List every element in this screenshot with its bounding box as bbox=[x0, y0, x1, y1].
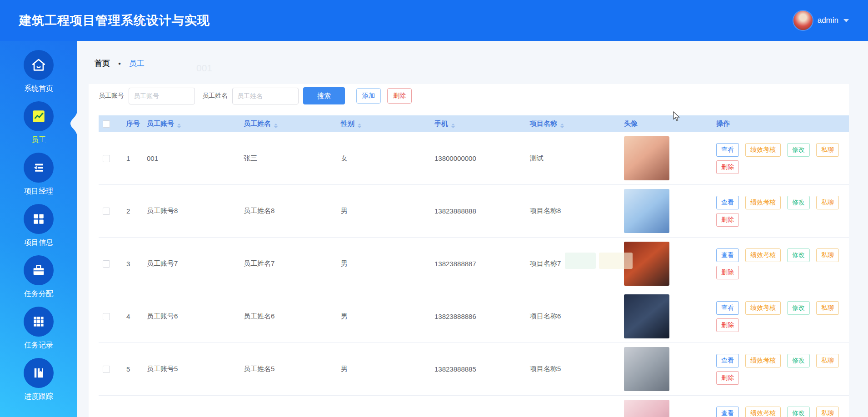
fading-overlay bbox=[565, 253, 596, 269]
appraisal-button[interactable]: 绩效考核 bbox=[745, 143, 781, 157]
view-button[interactable]: 查看 bbox=[716, 301, 739, 315]
select-all-checkbox[interactable] bbox=[103, 120, 110, 128]
delete-button[interactable]: 删除 bbox=[716, 371, 739, 385]
employee-table: 序号 员工账号 员工姓名 性别 手机 项目名称 头像 操作 1 001 张三 女… bbox=[99, 115, 849, 417]
appraisal-button[interactable]: 绩效考核 bbox=[745, 248, 781, 262]
list-arrow-icon bbox=[24, 153, 54, 183]
sidebar-item-progress[interactable]: 进度跟踪 bbox=[0, 358, 77, 402]
row-checkbox[interactable] bbox=[103, 208, 110, 215]
sidebar-item-project-info[interactable]: 项目信息 bbox=[0, 204, 77, 248]
delete-button[interactable]: 删除 bbox=[716, 318, 739, 332]
avatar-image bbox=[624, 400, 669, 417]
cell-phone: 13823888886 bbox=[432, 313, 527, 320]
breadcrumb-home-link[interactable]: 首页 bbox=[95, 58, 110, 69]
delete-button[interactable]: 删除 bbox=[716, 213, 739, 227]
home-icon bbox=[24, 50, 54, 80]
chat-button[interactable]: 私聊 bbox=[816, 354, 839, 367]
table-row: 查看绩效考核修改私聊删除 bbox=[99, 396, 849, 417]
table-row: 2 员工账号8 员工姓名8 男 13823888888 项目名称8 查看绩效考核… bbox=[99, 185, 849, 238]
row-checkbox[interactable] bbox=[103, 366, 110, 373]
sidebar-item-label: 进度跟踪 bbox=[24, 392, 53, 402]
sidebar-item-home[interactable]: 系统首页 bbox=[0, 50, 77, 94]
chat-button[interactable]: 私聊 bbox=[816, 196, 839, 209]
chat-button[interactable]: 私聊 bbox=[816, 407, 839, 417]
cell-project: 项目名称8 bbox=[527, 207, 620, 215]
cell-gender: 男 bbox=[338, 312, 432, 321]
sort-icon bbox=[560, 124, 564, 128]
chat-button[interactable]: 私聊 bbox=[816, 301, 839, 315]
sort-icon bbox=[274, 124, 278, 128]
row-actions: 查看绩效考核修改私聊删除 bbox=[716, 407, 849, 417]
briefcase-icon bbox=[24, 255, 54, 285]
chat-button[interactable]: 私聊 bbox=[816, 143, 839, 157]
table-row: 4 员工账号6 员工姓名6 男 13823888886 项目名称6 查看绩效考核… bbox=[99, 290, 849, 343]
cell-seq: 1 bbox=[119, 154, 144, 162]
appraisal-button[interactable]: 绩效考核 bbox=[745, 196, 781, 209]
view-button[interactable]: 查看 bbox=[716, 407, 739, 417]
user-avatar[interactable] bbox=[793, 11, 813, 30]
cell-account: 员工账号5 bbox=[144, 365, 241, 373]
sidebar-item-employee[interactable]: 员工 bbox=[0, 101, 77, 145]
cell-phone: 13823888888 bbox=[432, 207, 527, 215]
edit-button[interactable]: 修改 bbox=[787, 407, 810, 417]
view-button[interactable]: 查看 bbox=[716, 248, 739, 262]
main-content: 首页 ● 员工 001 员工账号 员工姓名 搜索 添加 删除 序号 员工账号 员… bbox=[77, 41, 868, 417]
sidebar-item-label: 项目经理 bbox=[24, 187, 53, 196]
search-button[interactable]: 搜索 bbox=[303, 87, 345, 104]
row-actions: 查看绩效考核修改私聊删除 bbox=[716, 301, 849, 332]
user-name: admin bbox=[818, 16, 838, 25]
sidebar: 系统首页 员工 项目经理 项目信息 任务分配 任务记录 bbox=[0, 41, 77, 417]
grid-2x2-icon bbox=[24, 204, 54, 234]
mouse-cursor bbox=[673, 111, 681, 122]
search-toolbar: 员工账号 员工姓名 搜索 添加 删除 bbox=[89, 84, 849, 105]
sidebar-item-task-record[interactable]: 任务记录 bbox=[0, 307, 77, 350]
cell-project: 项目名称5 bbox=[527, 365, 620, 373]
edit-button[interactable]: 修改 bbox=[787, 248, 810, 262]
fading-overlay bbox=[599, 253, 633, 269]
cell-seq: 4 bbox=[119, 313, 144, 320]
row-actions: 查看绩效考核修改私聊删除 bbox=[716, 248, 849, 279]
cell-gender: 男 bbox=[338, 207, 432, 215]
book-icon bbox=[24, 358, 54, 388]
edit-button[interactable]: 修改 bbox=[787, 143, 810, 157]
delete-button[interactable]: 删除 bbox=[716, 160, 739, 174]
edit-button[interactable]: 修改 bbox=[787, 301, 810, 315]
batch-delete-button[interactable]: 删除 bbox=[387, 88, 412, 104]
view-button[interactable]: 查看 bbox=[716, 354, 739, 367]
avatar-image bbox=[624, 189, 669, 233]
cell-name: 张三 bbox=[241, 154, 338, 163]
appraisal-button[interactable]: 绩效考核 bbox=[745, 354, 781, 367]
account-input[interactable] bbox=[129, 88, 195, 104]
row-checkbox[interactable] bbox=[103, 155, 110, 162]
cell-gender: 男 bbox=[338, 259, 432, 268]
sidebar-item-project-manager[interactable]: 项目经理 bbox=[0, 153, 77, 196]
user-menu[interactable]: admin bbox=[793, 11, 849, 30]
name-input[interactable] bbox=[232, 88, 299, 104]
chart-icon bbox=[24, 101, 54, 131]
appraisal-button[interactable]: 绩效考核 bbox=[745, 301, 781, 315]
view-button[interactable]: 查看 bbox=[716, 196, 739, 209]
edit-button[interactable]: 修改 bbox=[787, 196, 810, 209]
column-header-phone[interactable]: 手机 bbox=[432, 119, 527, 128]
column-header-name[interactable]: 员工姓名 bbox=[241, 119, 338, 128]
row-checkbox[interactable] bbox=[103, 260, 110, 268]
view-button[interactable]: 查看 bbox=[716, 143, 739, 157]
row-actions: 查看绩效考核修改私聊删除 bbox=[716, 196, 849, 227]
cell-phone: 13800000000 bbox=[432, 154, 527, 162]
chat-button[interactable]: 私聊 bbox=[816, 248, 839, 262]
add-button[interactable]: 添加 bbox=[356, 88, 381, 104]
column-header-gender[interactable]: 性别 bbox=[338, 119, 432, 128]
content-card: 员工账号 员工姓名 搜索 添加 删除 序号 员工账号 员工姓名 性别 手机 项目… bbox=[89, 84, 849, 417]
watermark: 001 bbox=[196, 63, 212, 74]
delete-button[interactable]: 删除 bbox=[716, 266, 739, 279]
sort-icon bbox=[177, 124, 181, 128]
breadcrumb: 首页 ● 员工 bbox=[95, 58, 145, 69]
row-checkbox[interactable] bbox=[103, 313, 110, 320]
column-header-account[interactable]: 员工账号 bbox=[144, 119, 241, 128]
sidebar-item-task-assign[interactable]: 任务分配 bbox=[0, 255, 77, 299]
cell-seq: 5 bbox=[119, 365, 144, 373]
appraisal-button[interactable]: 绩效考核 bbox=[745, 407, 781, 417]
edit-button[interactable]: 修改 bbox=[787, 354, 810, 367]
breadcrumb-current-link[interactable]: 员工 bbox=[129, 58, 145, 69]
column-header-project[interactable]: 项目名称 bbox=[527, 119, 620, 128]
